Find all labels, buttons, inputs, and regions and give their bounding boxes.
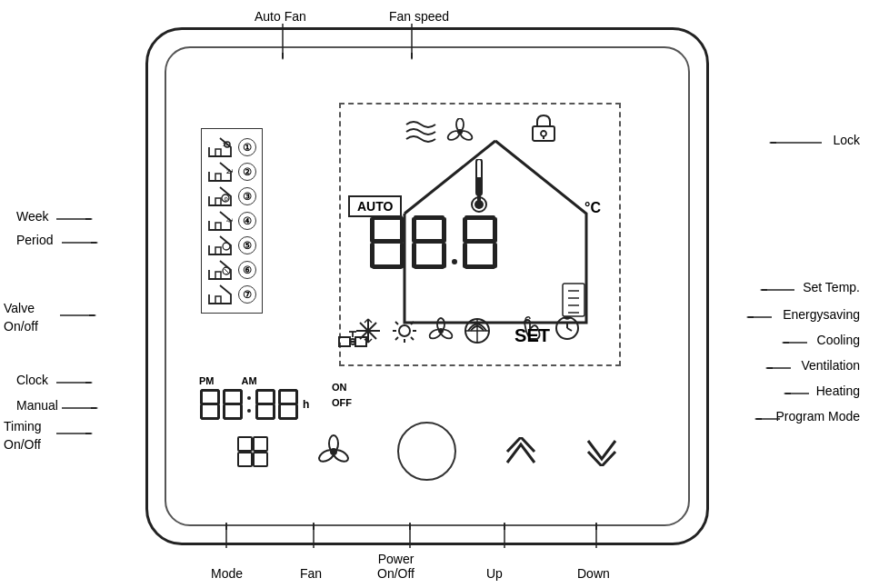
valve-label: Valve On/off	[4, 300, 38, 335]
set-text-label: SET	[514, 325, 550, 346]
svg-text:2+: 2+	[226, 167, 233, 175]
up-bottom-label: Up	[486, 566, 503, 581]
svg-rect-40	[464, 215, 495, 220]
clock-digits: h	[199, 388, 309, 421]
svg-rect-47	[563, 284, 584, 316]
svg-rect-35	[442, 217, 446, 243]
svg-marker-135	[746, 316, 754, 318]
svg-rect-93	[201, 403, 219, 405]
power-bottom-label: Power On/Off	[377, 552, 415, 581]
power-button[interactable]	[397, 422, 456, 481]
svg-rect-110	[256, 417, 275, 420]
week-arrow	[56, 218, 93, 220]
svg-rect-112	[278, 390, 281, 404]
svg-rect-81	[339, 337, 350, 346]
schedule-row-5: ⑤	[207, 234, 256, 256]
svg-marker-155	[85, 433, 93, 434]
colon-dots	[247, 396, 251, 413]
power-bottom-arrow	[409, 523, 411, 550]
svg-rect-104	[256, 389, 275, 392]
svg-rect-4	[215, 174, 221, 181]
pm-label: PM	[199, 375, 215, 386]
svg-rect-39	[414, 264, 444, 269]
mode-button-group[interactable]	[235, 434, 270, 469]
svg-text:4+: 4+	[226, 216, 233, 224]
svg-rect-97	[224, 389, 242, 392]
fan-button-icon[interactable]	[316, 434, 351, 469]
cooling-arrow	[782, 342, 809, 344]
svg-rect-103	[224, 417, 242, 420]
clock-arrow	[56, 382, 93, 384]
svg-text:1+: 1+	[223, 142, 229, 147]
svg-rect-46	[464, 264, 495, 269]
mode-icon[interactable]	[235, 434, 270, 469]
svg-rect-117	[279, 417, 297, 420]
svg-rect-41	[463, 217, 467, 243]
svg-marker-137	[782, 342, 789, 344]
svg-marker-133	[760, 289, 767, 291]
on-label: ON	[332, 380, 352, 395]
bottom-buttons-row	[212, 422, 643, 481]
svg-marker-141	[784, 393, 791, 394]
svg-marker-145	[85, 218, 93, 220]
ventilation-arrow	[765, 367, 793, 369]
period-label: Period	[16, 233, 53, 247]
schedule-section: 1+ ① 2+ ②	[201, 128, 263, 314]
clock-digit-group-2	[255, 388, 299, 421]
period-arrow	[62, 242, 98, 244]
down-button-group[interactable]	[584, 437, 619, 466]
svg-rect-31	[400, 243, 405, 268]
svg-marker-143	[754, 418, 762, 420]
power-button-group[interactable]	[397, 422, 456, 481]
svg-rect-118	[238, 437, 252, 451]
svg-rect-30	[370, 243, 375, 268]
sun-icon	[391, 317, 418, 344]
down-arrow-icon[interactable]	[584, 437, 619, 466]
svg-marker-131	[769, 142, 776, 144]
valve-icon-area	[337, 328, 368, 359]
mode-icons-row	[355, 317, 491, 344]
svg-rect-16	[215, 296, 221, 304]
house-icon-7	[207, 284, 233, 305]
up-button-group[interactable]	[504, 437, 538, 466]
am-label: AM	[242, 375, 257, 386]
svg-rect-43	[464, 239, 495, 244]
fan-bottom-arrow	[313, 523, 315, 550]
svg-point-12	[223, 243, 230, 250]
svg-rect-111	[279, 389, 297, 392]
week-label: Week	[16, 209, 49, 224]
house-icon-1: 1+	[207, 136, 233, 158]
svg-point-88	[541, 131, 546, 136]
svg-line-65	[395, 322, 398, 324]
svg-point-60	[399, 325, 410, 336]
thermometer-icon	[468, 159, 490, 214]
h-label: h	[303, 398, 309, 411]
timing-label: Timing On/Off	[4, 418, 42, 453]
pm-am-row: PM AM	[199, 375, 309, 386]
num-circle-7: ⑦	[238, 285, 256, 304]
clock-digit-2b	[277, 388, 299, 421]
digit-3	[461, 214, 499, 270]
svg-rect-28	[400, 217, 405, 243]
fan-button-group[interactable]	[316, 434, 351, 469]
up-arrow-icon[interactable]	[504, 437, 538, 466]
num-circle-1: ①	[238, 138, 256, 156]
svg-marker-153	[91, 407, 98, 409]
svg-rect-29	[372, 239, 403, 244]
lock-arrow	[769, 142, 824, 144]
svg-rect-105	[255, 390, 258, 404]
svg-rect-115	[278, 404, 281, 419]
svg-rect-107	[256, 403, 275, 405]
house-icon-2: 2+	[207, 161, 233, 183]
decimal-dot	[452, 259, 457, 264]
heating-arrow	[784, 393, 811, 394]
svg-marker-151	[85, 382, 93, 384]
svg-line-78	[567, 328, 572, 331]
svg-rect-6	[215, 198, 221, 205]
svg-rect-45	[493, 243, 497, 268]
programmode-arrow	[754, 418, 782, 420]
svg-rect-114	[279, 403, 297, 405]
colon-dot-top	[247, 396, 251, 400]
svg-rect-99	[240, 390, 243, 404]
svg-rect-42	[493, 217, 497, 243]
